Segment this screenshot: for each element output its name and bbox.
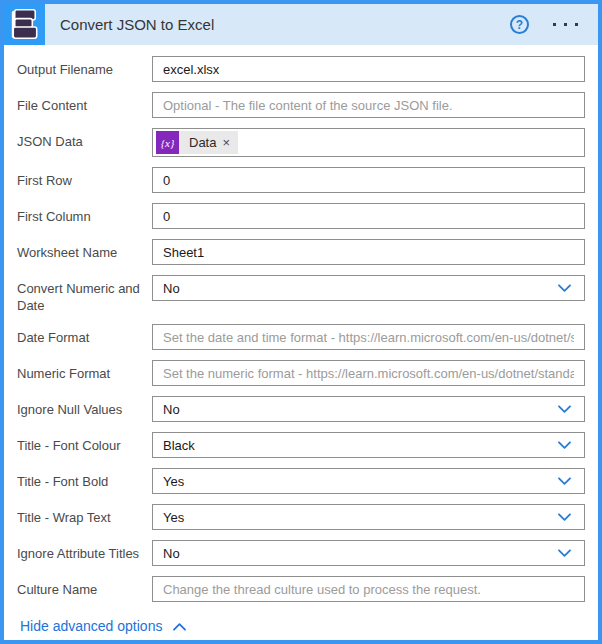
action-card-header[interactable]: Convert JSON to Excel ? — [4, 4, 598, 45]
field-label: Title - Font Colour — [17, 432, 152, 458]
numeric-format-input[interactable] — [152, 360, 585, 386]
field-row: Title - Font Bold Yes — [17, 468, 585, 494]
field-label: Date Format — [17, 324, 152, 350]
field-row: Date Format — [17, 324, 585, 350]
dropdown-selected-value: No — [163, 546, 557, 561]
title-font-bold-dropdown[interactable]: Yes — [152, 468, 585, 494]
field-row: Ignore Attribute Titles No — [17, 540, 585, 566]
chevron-down-icon — [557, 476, 572, 487]
dynamic-content-token[interactable]: {x}Data× — [156, 131, 238, 154]
field-label: First Row — [17, 167, 152, 193]
field-label: Ignore Attribute Titles — [17, 540, 152, 566]
field-row: Title - Wrap Text Yes — [17, 504, 585, 530]
ignore-attribute-titles-dropdown[interactable]: No — [152, 540, 585, 566]
file-content-input[interactable] — [152, 92, 585, 118]
dropdown-selected-value: Black — [163, 438, 557, 453]
field-row: Ignore Null Values No — [17, 396, 585, 422]
chevron-down-icon — [557, 283, 572, 294]
field-label: File Content — [17, 92, 152, 118]
field-row: File Content — [17, 92, 585, 118]
encodian-logo-icon — [4, 4, 45, 45]
field-row: Culture Name — [17, 576, 585, 602]
token-label: Data — [179, 135, 220, 150]
ellipsis-menu-icon[interactable] — [551, 17, 580, 32]
field-row: Numeric Format — [17, 360, 585, 386]
worksheet-name-input[interactable] — [152, 239, 585, 265]
field-row: Convert Numeric and Date No — [17, 275, 585, 314]
chevron-down-icon — [557, 404, 572, 415]
fields-container: Output Filename File Content JSON Data {… — [17, 56, 585, 602]
token-remove-icon[interactable]: × — [220, 135, 238, 150]
first-column-input[interactable] — [152, 203, 585, 229]
dropdown-selected-value: No — [163, 402, 557, 417]
field-row: Output Filename — [17, 56, 585, 82]
output-filename-input[interactable] — [152, 56, 585, 82]
field-label: Title - Wrap Text — [17, 504, 152, 530]
field-label: First Column — [17, 203, 152, 229]
chevron-down-icon — [557, 548, 572, 559]
field-label: Output Filename — [17, 56, 152, 82]
title-wrap-text-dropdown[interactable]: Yes — [152, 504, 585, 530]
field-row: First Row — [17, 167, 585, 193]
dropdown-selected-value: No — [163, 281, 557, 296]
date-format-input[interactable] — [152, 324, 585, 350]
action-card: Convert JSON to Excel ? Output Filename … — [0, 0, 602, 644]
chevron-down-icon — [557, 512, 572, 523]
action-title: Convert JSON to Excel — [60, 16, 214, 33]
field-label: Ignore Null Values — [17, 396, 152, 422]
first-row-input[interactable] — [152, 167, 585, 193]
field-label: Title - Font Bold — [17, 468, 152, 494]
field-label: Convert Numeric and Date — [17, 275, 152, 314]
culture-name-input[interactable] — [152, 576, 585, 602]
field-row: Worksheet Name — [17, 239, 585, 265]
expression-icon: {x} — [156, 131, 179, 154]
field-label: Numeric Format — [17, 360, 152, 386]
field-row: Title - Font Colour Black — [17, 432, 585, 458]
hide-advanced-options-label: Hide advanced options — [20, 618, 162, 634]
chevron-down-icon — [557, 440, 572, 451]
convert-numeric-and-date-dropdown[interactable]: No — [152, 275, 585, 301]
field-row: JSON Data {x}Data× — [17, 128, 585, 157]
json-data-input[interactable]: {x}Data× — [152, 128, 585, 157]
chevron-up-icon — [172, 621, 187, 632]
dropdown-selected-value: Yes — [163, 510, 557, 525]
field-label: JSON Data — [17, 128, 152, 157]
help-icon[interactable]: ? — [510, 15, 529, 34]
field-label: Culture Name — [17, 576, 152, 602]
action-card-body: Output Filename File Content JSON Data {… — [4, 45, 598, 640]
field-label: Worksheet Name — [17, 239, 152, 265]
field-row: First Column — [17, 203, 585, 229]
ignore-null-values-dropdown[interactable]: No — [152, 396, 585, 422]
title-font-colour-dropdown[interactable]: Black — [152, 432, 585, 458]
dropdown-selected-value: Yes — [163, 474, 557, 489]
hide-advanced-options-link[interactable]: Hide advanced options — [18, 616, 189, 636]
